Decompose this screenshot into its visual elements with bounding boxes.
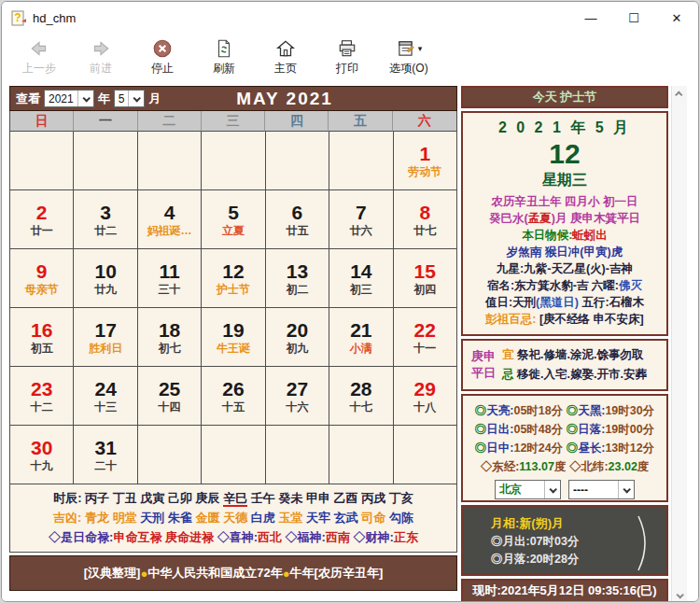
chevron-down-icon[interactable] <box>544 481 560 498</box>
date-number: 27 <box>287 377 308 400</box>
calendar-cell-15[interactable]: 15初四 <box>394 249 456 307</box>
lunar-or-festival-label: 初七 <box>159 342 181 356</box>
calendar-panel: 查看 2021 年 5 月 MAY 2021 日一二三四五六 1劳动节2廿一3廿… <box>9 86 457 602</box>
calendar-cell-13[interactable]: 13初二 <box>266 249 329 307</box>
toolbar-button-options[interactable]: ▾选项(O) <box>385 37 433 77</box>
calendar-cell-12[interactable]: 12护士节 <box>202 249 264 307</box>
maximize-button[interactable]: ☐ <box>612 2 655 34</box>
calendar-cell-24[interactable]: 24十三 <box>74 367 136 425</box>
title-bar: ? hd_chm — ☐ ✕ <box>2 2 698 34</box>
text-segment: 时辰: <box>53 491 85 505</box>
month-select[interactable]: 5 <box>114 90 146 107</box>
weekday-header: 三 <box>202 111 265 132</box>
text-segment: ◇北纬: <box>569 460 609 473</box>
toolbar-button-home[interactable]: 主页 <box>261 37 310 77</box>
calendar-cell-7[interactable]: 7廿六 <box>329 190 392 248</box>
lunar-or-festival-label: 廿二 <box>94 224 117 238</box>
calendar-cell-3[interactable]: 3廿二 <box>74 190 136 248</box>
district-select[interactable]: ---- <box>568 480 635 499</box>
scrollbar-track[interactable] <box>672 102 687 587</box>
city-select[interactable]: 北京 <box>495 480 561 499</box>
text-segment: 彭祖百忌: <box>485 313 536 326</box>
calendar-cell-27[interactable]: 27十六 <box>266 367 329 425</box>
lunar-year-line: 农历辛丑土年 四月小 初一日 <box>463 193 666 210</box>
calendar-cell-8[interactable]: 8廿七 <box>394 190 456 248</box>
date-number: 15 <box>414 259 436 283</box>
chevron-down-icon[interactable] <box>128 91 144 106</box>
calendar-cell-empty <box>266 132 329 189</box>
calendar-cell-14[interactable]: 14初三 <box>329 249 392 307</box>
calendar-cell-10[interactable]: 10廿九 <box>74 249 136 307</box>
avoid-line: 忌 移徙.入宅.嫁娶.开市.安葬 <box>502 365 663 385</box>
year-select[interactable]: 2021 <box>44 90 94 107</box>
toolbar-button-stop[interactable]: 停止 <box>138 37 187 77</box>
calendar-cell-1[interactable]: 1劳动节 <box>394 132 456 189</box>
calendar-cell-17[interactable]: 17胜利日 <box>74 308 136 366</box>
calendar-cell-28[interactable]: 28十七 <box>329 367 392 425</box>
chm-help-icon: ? <box>10 9 27 26</box>
calendar-cell-11[interactable]: 11三十 <box>138 249 201 307</box>
text-segment: 司命 <box>361 511 389 525</box>
calendar-cell-20[interactable]: 20初九 <box>266 308 329 366</box>
window-title: hd_chm <box>33 11 76 25</box>
calendar-cell-21[interactable]: 21小满 <box>329 308 392 366</box>
today-year-month: 2 0 2 1 年 5 月 <box>463 118 666 138</box>
calendar-cell-22[interactable]: 22十一 <box>394 308 456 366</box>
text-segment: ◎ <box>475 404 487 417</box>
lunar-or-festival-label: 母亲节 <box>25 283 59 297</box>
text-segment: 19时30分 <box>605 404 654 417</box>
lunar-or-festival-label: 劳动节 <box>408 165 441 179</box>
text-segment: 值日:天刑 <box>485 296 536 309</box>
calendar-cell-18[interactable]: 18初七 <box>138 308 201 366</box>
text-segment: 西南 <box>326 530 350 544</box>
scroll-down-button[interactable] <box>672 587 687 602</box>
text-segment: 明堂 <box>113 511 141 525</box>
calendar-cell-31[interactable]: 31二十 <box>74 426 136 484</box>
chevron-up-icon <box>675 91 682 98</box>
calendar-cell-30[interactable]: 30十九 <box>10 426 73 484</box>
calendar-cell-29[interactable]: 29十八 <box>394 367 456 425</box>
minimize-button[interactable]: — <box>569 2 612 34</box>
toolbar-button-refresh[interactable]: 刷新 <box>200 37 248 77</box>
content-area: 查看 2021 年 5 月 MAY 2021 日一二三四五六 1劳动节2廿一3廿… <box>2 84 698 602</box>
vertical-scrollbar[interactable] <box>671 86 687 602</box>
lunar-or-festival-label: 初二 <box>286 283 308 297</box>
calendar-cell-16[interactable]: 16初五 <box>10 308 73 366</box>
chevron-down-icon: ▾ <box>418 44 423 53</box>
calendar-cell-6[interactable]: 6廿五 <box>266 190 329 248</box>
calendar-cell-9[interactable]: 9母亲节 <box>10 249 73 307</box>
calendar-cell-empty <box>138 132 201 189</box>
chevron-down-icon[interactable] <box>618 481 634 498</box>
print-icon <box>337 37 357 60</box>
scroll-up-button[interactable] <box>672 86 687 102</box>
lunar-or-festival-label: 初五 <box>31 342 53 356</box>
current-time-bar: 现时:2021年5月12日 09:35:16(巳) <box>461 579 668 602</box>
text-segment: 丙子 丁丑 戊寅 己卯 庚辰 <box>85 491 223 505</box>
calendar-cell-19[interactable]: 19牛王诞 <box>202 308 264 366</box>
toolbar-button-label: 上一步 <box>22 61 56 77</box>
date-number: 1 <box>419 142 430 165</box>
toolbar-button-label: 停止 <box>151 61 174 77</box>
toolbar-button-print[interactable]: 打印 <box>323 37 371 77</box>
chevron-down-icon[interactable] <box>77 91 93 106</box>
calendar-cell-25[interactable]: 25十四 <box>138 367 201 425</box>
lunar-or-festival-label: 三十 <box>159 283 181 297</box>
text-segment: 玉堂 <box>278 511 306 525</box>
month-title: MAY 2021 <box>113 89 456 109</box>
calendar-cell-26[interactable]: 26十五 <box>202 367 264 425</box>
date-number: 26 <box>222 377 244 400</box>
calendar-cell-4[interactable]: 4妈祖诞… <box>138 190 201 248</box>
text-segment: 日中: <box>486 442 513 455</box>
date-number: 5 <box>228 201 239 224</box>
date-number: 20 <box>287 318 308 342</box>
text-segment: (黑道日) <box>536 296 579 309</box>
calendar-cell-23[interactable]: 23十二 <box>10 367 73 425</box>
toolbar: 上一步前进停止刷新主页打印▾选项(O) <box>2 34 698 84</box>
today-weekday: 星期三 <box>463 170 666 190</box>
today-panel: 今天 护士节 2 0 2 1 年 5 月 12 星期三 农历辛丑土年 四月小 初… <box>461 86 668 602</box>
toolbar-button-label: 主页 <box>274 61 297 77</box>
text-segment: 度 <box>637 460 650 473</box>
close-button[interactable]: ✕ <box>655 2 698 34</box>
calendar-cell-2[interactable]: 2廿一 <box>10 190 73 248</box>
calendar-cell-5[interactable]: 5立夏 <box>202 190 264 248</box>
